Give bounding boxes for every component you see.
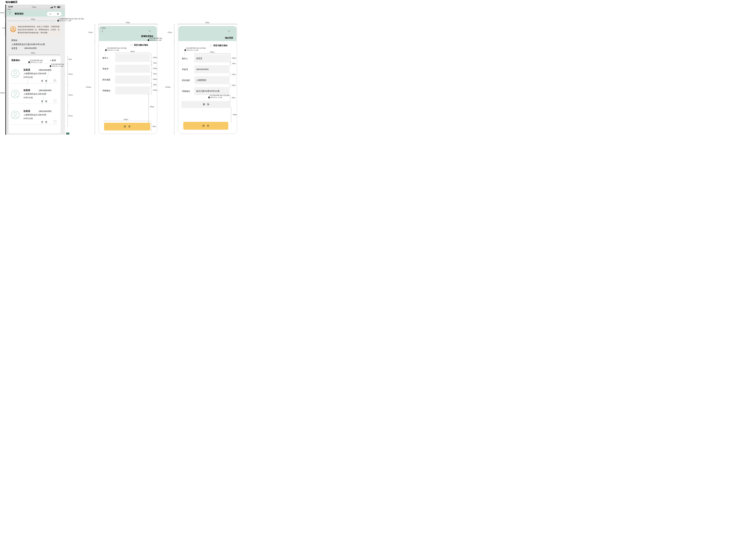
item-address-line2: 43号101室 xyxy=(23,117,33,120)
capsule-circle-button[interactable] xyxy=(54,13,62,15)
dimension-label-583: 583px xyxy=(124,119,128,120)
dimension-label-750: 750px xyxy=(32,6,36,8)
cmyk-annotation: CMYK (0, 0, 0, 100) xyxy=(58,20,71,21)
original-address-label: 原地址: xyxy=(11,39,18,42)
battery-level xyxy=(58,7,60,8)
dimension-bracket xyxy=(151,54,152,62)
region-input[interactable]: 上海普陀区 xyxy=(194,76,230,84)
signal-bar xyxy=(50,8,51,8)
more-menu-button[interactable]: ••• xyxy=(47,13,54,15)
delete-button[interactable]: 删 除 xyxy=(181,101,231,108)
close-icon[interactable]: ✕ xyxy=(149,30,151,33)
warning-text: 修改后会影响物流失效、送货上门等服务，只能原价修改且付款后只能修改一次。若因商品… xyxy=(18,25,60,34)
dimension-bracket xyxy=(230,95,231,101)
dimension-label-180: 180px xyxy=(233,114,237,116)
green-color-swatch xyxy=(66,133,69,135)
dimension-bracket xyxy=(151,76,152,84)
cmyk-swatch-icon xyxy=(148,39,149,41)
dimension-label-60: 60px xyxy=(8,9,11,10)
signal-icon xyxy=(50,7,53,8)
item-address-line1: 上海普陀区金沙江路250弄 xyxy=(23,114,46,116)
font-annotation: 汉仪正圆 65简 31pt xyxy=(149,37,162,39)
dimension-label-453: 453px xyxy=(130,51,135,52)
cmyk-swatch-icon xyxy=(105,49,106,51)
dimension-label-962: 962px xyxy=(0,92,5,94)
dimension-tick xyxy=(174,41,175,41)
address-checkbox[interactable] xyxy=(54,120,56,123)
default-address-radio[interactable] xyxy=(130,44,133,46)
dimension-label-261: 261px xyxy=(68,94,73,96)
page-header-title: 修改地址 xyxy=(15,12,24,15)
cmyk-swatch-icon xyxy=(185,49,186,51)
cmyk-swatch-icon xyxy=(29,61,30,63)
dimension-tick xyxy=(174,24,175,25)
font-annotation: 汉仪正圆 65简 31pt 行距:36pt xyxy=(107,47,127,49)
change-action-label[interactable]: 变 更 xyxy=(41,80,47,82)
dimension-tick xyxy=(94,24,95,25)
cmyk-value: CMYK (0, 0, 0, 100) xyxy=(51,65,64,67)
cmyk-value: CMYK (0, 0, 0, 100) xyxy=(149,39,161,41)
item-phone: 18618342655 xyxy=(39,69,52,71)
dimension-label-36: 36px xyxy=(153,84,157,86)
change-action-label[interactable]: 变 更 xyxy=(41,100,47,103)
default-address-label: 设定为默认地址 xyxy=(213,44,228,47)
divider xyxy=(11,104,59,104)
dimension-bracket xyxy=(231,108,232,122)
detail-input[interactable] xyxy=(115,87,150,95)
recipient-input[interactable]: 张某某 xyxy=(194,54,230,62)
dimension-label-100: 100px xyxy=(232,57,236,59)
save-button[interactable]: 保 存 xyxy=(183,122,228,130)
dimension-bracket xyxy=(151,123,152,131)
back-icon[interactable] xyxy=(101,29,104,33)
wifi-icon xyxy=(54,6,56,8)
status-time: 12:00 xyxy=(8,6,13,8)
detail-input[interactable]: 金沙江路250弄43号101室 xyxy=(194,87,230,95)
dimension-bracket xyxy=(151,62,152,65)
field-label-detail: 详细地址 xyxy=(102,89,111,92)
dimension-label-1203: 1203px xyxy=(165,86,171,88)
region-input[interactable] xyxy=(115,76,150,84)
mobile-input[interactable] xyxy=(115,65,150,73)
dimension-bracket xyxy=(151,84,152,87)
cmyk-value: CMYK (0, 0, 0, 100) xyxy=(30,62,42,63)
mobile-value: 18618342655 xyxy=(196,68,209,70)
dimension-label-650: 650px xyxy=(31,52,35,54)
close-icon[interactable]: ✕ xyxy=(228,30,230,33)
signal-bar xyxy=(52,7,52,8)
cmyk-annotation: CMYK (0, 0, 0, 100) xyxy=(148,39,161,41)
cmyk-annotation: CMYK (0, 0, 0, 100) xyxy=(105,49,119,51)
cmyk-swatch-icon xyxy=(209,97,210,98)
cmyk-value: CMYK (0, 0, 0, 100) xyxy=(107,49,119,51)
dimension-label-750: 750px xyxy=(125,22,130,23)
design-spec-canvas: 地址编辑页 12:00 750px 修改地址 ••• 60px 104px 汉仪… xyxy=(0,0,240,136)
item-address-line2: 43号101室 xyxy=(23,96,33,99)
dimension-label-191: 191px xyxy=(168,31,172,33)
address-checkbox[interactable] xyxy=(54,100,56,102)
dimension-label-100: 100px xyxy=(153,89,157,91)
page-header-title: 地址变更 xyxy=(210,37,233,39)
dimension-bracket xyxy=(7,11,12,12)
mobile-input[interactable]: 18618342655 xyxy=(194,65,230,73)
dimension-bracket xyxy=(9,54,60,55)
dimension-label-36: 36px xyxy=(153,73,157,75)
check-icon: ✓ xyxy=(54,79,56,82)
dimension-bracket xyxy=(151,87,152,95)
target-circle-icon xyxy=(57,13,59,15)
dimension-label-92: 92px xyxy=(68,58,72,60)
recipient-input[interactable] xyxy=(115,54,150,62)
address-checkbox[interactable]: ✓ xyxy=(54,79,56,82)
cmyk-annotation: CMYK (0, 0, 0, 100) xyxy=(185,49,198,51)
cmyk-value: CMYK (0, 0, 0, 100) xyxy=(59,20,71,21)
change-action-label[interactable]: 变 更 xyxy=(41,121,47,124)
dimension-bracket xyxy=(151,65,152,73)
font-annotation: 汉仪正圆 65简 41pt xyxy=(30,59,43,62)
detail-value: 金沙江路250弄43号101室 xyxy=(196,90,220,93)
add-new-button[interactable]: + 新增 xyxy=(50,59,56,62)
dimension-label-750: 750px xyxy=(205,22,210,23)
item-address-line1: 上海普陀区金沙江路250弄 xyxy=(23,72,46,75)
default-address-label: 设定为默认地址 xyxy=(134,44,148,46)
save-button[interactable]: 保 存 xyxy=(104,123,150,131)
dimension-label-100: 100px xyxy=(153,67,157,69)
cmyk-annotation: CMYK (0, 0, 0, 100) xyxy=(50,65,64,67)
default-address-radio[interactable] xyxy=(210,44,212,47)
